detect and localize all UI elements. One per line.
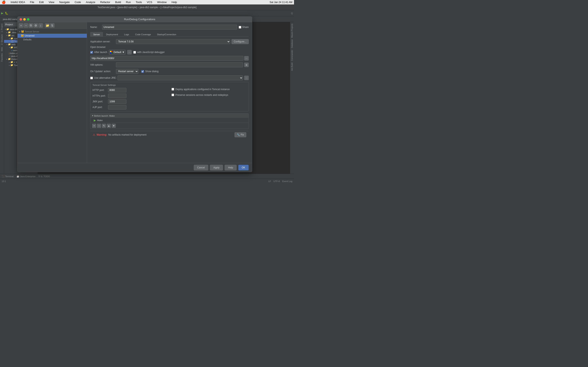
tomcat-section-arrow[interactable]: ▾	[19, 30, 20, 33]
http-port-label: HTTP port:	[93, 89, 107, 92]
strip-favorites[interactable]: Web	[0, 46, 3, 52]
status-event-log[interactable]: Event Log	[282, 180, 292, 183]
config-section-tomcat: ▾ 🐱 Tomcat Server	[17, 30, 87, 34]
menu-refactor[interactable]: Refactor	[99, 1, 111, 4]
before-launch-toolbar: + − ✎ ▲ ▼	[90, 123, 249, 129]
share-checkbox[interactable]	[239, 26, 241, 29]
remove-before-launch-button[interactable]: −	[97, 124, 101, 128]
tab-deployment[interactable]: Deployment	[103, 32, 121, 37]
app-server-select[interactable]: Tomcat 7.0.56	[116, 39, 230, 44]
dialog-titlebar: Run/Debug Configurations	[17, 17, 252, 22]
terminal-tool[interactable]: ⬛ Terminal	[2, 175, 14, 178]
url-input[interactable]	[90, 56, 243, 61]
commander-label[interactable]: Commander	[291, 49, 294, 62]
before-launch-arrow: ▾	[92, 114, 93, 117]
menu-view[interactable]: View	[48, 1, 55, 4]
apply-button[interactable]: Apply	[210, 165, 223, 170]
strip-fav[interactable]: Favorites	[0, 52, 3, 62]
strip-structure[interactable]: Z: Structure	[0, 33, 3, 46]
edit-before-launch-button[interactable]: ✎	[102, 124, 106, 128]
add-before-launch-button[interactable]: +	[92, 124, 96, 128]
todo-tool[interactable]: ☑ 6: TODO	[38, 175, 50, 178]
sort-config-button[interactable]: ↕	[38, 23, 43, 28]
apple-menu[interactable]: 🍎	[2, 0, 6, 4]
name-label: Name:	[90, 26, 100, 29]
open-browser-label: Open browser	[90, 46, 249, 49]
ajp-port-input[interactable]	[108, 105, 126, 109]
folder-config-button[interactable]: 📁	[45, 23, 50, 28]
settings-config-button[interactable]: ⚙	[34, 23, 38, 28]
menu-code[interactable]: Code	[74, 1, 82, 4]
menu-analyze[interactable]: Analyze	[85, 1, 96, 4]
menu-build[interactable]: Build	[114, 1, 122, 4]
add-config-button[interactable]: +	[19, 23, 23, 28]
ok-button[interactable]: OK	[238, 165, 249, 170]
configure-button[interactable]: Configure...	[232, 39, 249, 44]
up-before-launch-button[interactable]: ▲	[107, 124, 111, 128]
alt-jre-checkbox[interactable]	[90, 77, 93, 79]
after-launch-checkbox[interactable]	[90, 51, 93, 54]
show-dialog-row: Show dialog	[141, 70, 158, 73]
warning-bold: Warning:	[96, 133, 107, 136]
window-title: TestServlet.java – [java-db2-sample] – j…	[98, 6, 197, 9]
run-debug-dialog: Run/Debug Configurations + − ⧉ ⚙ ↕ 📁 ⇅ ▾…	[17, 16, 252, 172]
fix-button[interactable]: 🔧 Fix	[234, 132, 246, 137]
minimize-button[interactable]	[23, 18, 26, 21]
menu-vcs[interactable]: VCS	[146, 1, 153, 4]
preserve-sessions-checkbox[interactable]	[172, 94, 174, 96]
menu-edit[interactable]: Edit	[38, 1, 44, 4]
url-more-button[interactable]: ···	[244, 56, 249, 60]
browser-select[interactable]: Default ▼	[109, 50, 126, 55]
menu-run[interactable]: Run	[125, 1, 132, 4]
close-button[interactable]	[20, 18, 22, 21]
alt-jre-select[interactable]	[118, 75, 243, 80]
copy-config-button[interactable]: ⧉	[29, 23, 33, 28]
fix-label: Fix	[241, 133, 244, 136]
ajp-port-row: AJP port:	[93, 105, 167, 109]
tab-startup-connection[interactable]: Startup/Connection	[154, 32, 179, 37]
ant-build-label[interactable]: Ant Build	[291, 62, 294, 72]
strip-project[interactable]: 1: Project	[0, 23, 3, 33]
maven-projects-label[interactable]: Maven Projects	[291, 23, 294, 39]
tab-code-coverage[interactable]: Code Coverage	[132, 32, 154, 37]
deploy-apps-checkbox[interactable]	[172, 88, 174, 91]
tomcat-settings-box: Tomcat Server Settings HTTP port: Deploy…	[90, 82, 249, 111]
remove-config-button[interactable]: −	[24, 23, 28, 28]
vm-options-input[interactable]	[116, 62, 243, 67]
java-enterprise-tool[interactable]: ☕ Java Enterprise	[17, 175, 35, 178]
app-server-label: Application server:	[90, 40, 115, 43]
help-button[interactable]: Help	[225, 165, 237, 170]
on-update-select[interactable]: Restart server	[116, 69, 138, 74]
browser-icon	[110, 51, 113, 54]
tab-logs[interactable]: Logs	[121, 32, 132, 37]
down-before-launch-button[interactable]: ▼	[112, 124, 116, 128]
database-label[interactable]: Database	[291, 39, 294, 49]
menu-tools[interactable]: Tools	[135, 1, 143, 4]
tab-server[interactable]: Server	[90, 32, 103, 37]
java-enterprise-label: Java Enterprise	[20, 175, 35, 178]
js-debugger-checkbox[interactable]	[133, 51, 136, 54]
config-unnamed[interactable]: 🐱 Unnamed	[17, 34, 87, 38]
menu-window[interactable]: Window	[156, 1, 167, 4]
vm-options-more-button[interactable]: ⊞	[244, 63, 249, 67]
menu-file[interactable]: File	[29, 1, 35, 4]
maximize-button[interactable]	[27, 18, 29, 21]
https-port-input[interactable]	[108, 94, 126, 98]
before-launch-header[interactable]: ▾ Before launch: Make	[90, 114, 249, 118]
jmx-port-input[interactable]	[108, 99, 126, 104]
name-input[interactable]	[102, 25, 237, 30]
config-tree: ▾ 🐱 Tomcat Server 🐱 Unnamed Defaults	[17, 29, 87, 163]
cancel-button[interactable]: Cancel	[194, 165, 208, 170]
menu-navigate[interactable]: Navigate	[58, 1, 70, 4]
show-dialog-checkbox[interactable]	[141, 70, 144, 73]
alt-jre-more-button[interactable]: ···	[244, 76, 249, 80]
config-defaults[interactable]: Defaults	[17, 38, 87, 42]
unnamed-icon: 🐱	[21, 34, 24, 37]
http-port-input[interactable]	[108, 88, 126, 92]
debug-icon[interactable]: 🐛	[5, 12, 8, 15]
browser-more-button[interactable]: ···	[127, 50, 132, 54]
menu-app[interactable]: IntelliJ IDEA	[10, 1, 26, 4]
arrows-config-button[interactable]: ⇅	[50, 23, 54, 28]
menu-help[interactable]: Help	[171, 1, 178, 4]
run-icon[interactable]: ▶	[1, 12, 3, 15]
